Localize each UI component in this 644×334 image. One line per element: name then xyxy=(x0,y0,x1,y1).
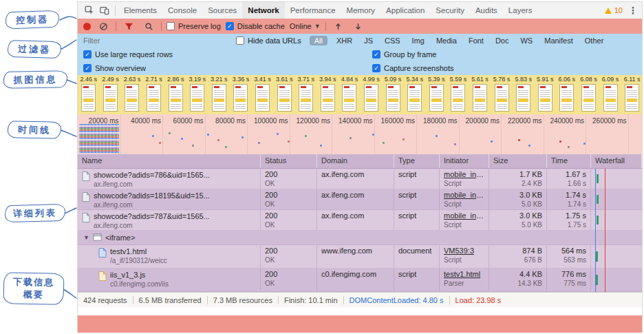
filmstrip-frame[interactable]: 2.71 s xyxy=(143,76,165,112)
column-header-name[interactable]: Name xyxy=(78,154,261,168)
column-header-status[interactable]: Status xyxy=(261,154,317,168)
filmstrip-frame[interactable]: 6.11 s xyxy=(621,76,642,112)
hide-data-urls-checkbox[interactable]: Hide data URLs xyxy=(236,36,301,45)
group-label: <iframe> xyxy=(105,233,135,242)
filter-type-manifest[interactable]: Manifest xyxy=(541,36,576,45)
cell-type: script xyxy=(394,189,440,209)
column-header-type[interactable]: Type xyxy=(394,154,440,168)
tab-elements[interactable]: Elements xyxy=(118,2,162,19)
show-overview-checkbox[interactable]: ✓ Show overview xyxy=(83,64,372,72)
record-button[interactable] xyxy=(83,23,91,30)
search-icon[interactable] xyxy=(141,19,156,33)
filter-type-font[interactable]: Font xyxy=(466,36,486,45)
filmstrip-frame[interactable]: 6.08 s xyxy=(578,76,600,112)
timeline-gridline xyxy=(290,114,290,154)
filter-type-all[interactable]: All xyxy=(310,36,328,45)
initiator-link[interactable]: mobile_inice... xyxy=(444,191,484,200)
initiator-link[interactable]: mobile_inice... xyxy=(444,170,484,180)
thumbnail-detail xyxy=(583,86,589,88)
menu-icon[interactable]: ⋮ xyxy=(628,5,638,16)
filmstrip-frame[interactable]: 2.49 s xyxy=(100,76,122,112)
filmstrip-frame[interactable]: 6.06 s xyxy=(556,76,578,112)
table-row[interactable]: testv1.html/a_if/190312/weicc200OKwww.if… xyxy=(78,245,642,269)
filmstrip-frame[interactable]: 5.09 s xyxy=(382,76,404,112)
use-large-request-rows-checkbox[interactable]: ✓ Use large request rows xyxy=(83,50,372,59)
throttling-select[interactable]: Online ▼ xyxy=(290,22,321,30)
table-row[interactable]: showcode?adids=786&uid=1565...ax.ifeng.c… xyxy=(78,169,642,189)
filmstrip-frame[interactable]: 6.09 s xyxy=(599,76,621,112)
filmstrip-frame[interactable]: 5.91 s xyxy=(534,76,556,112)
inspect-element-icon[interactable] xyxy=(82,3,97,17)
filmstrip-frame[interactable]: 5.34 s xyxy=(404,76,426,112)
filmstrip-time: 2.86 s xyxy=(167,76,184,84)
cell-name: showcode?adids=787&uid=1565...ax.ifeng.c… xyxy=(78,210,261,230)
filmstrip-frame[interactable]: 3.36 s xyxy=(230,76,252,112)
clear-icon[interactable] xyxy=(96,19,111,33)
filter-type-other[interactable]: Other xyxy=(582,36,607,45)
filmstrip-frame[interactable]: 5.83 s xyxy=(513,76,535,112)
thumbnail-detail xyxy=(149,98,159,102)
tab-security[interactable]: Security xyxy=(430,2,470,19)
initiator-link[interactable]: mobile_inice... xyxy=(444,211,484,221)
filter-type-img[interactable]: Img xyxy=(409,36,427,45)
tab-console[interactable]: Console xyxy=(162,2,202,19)
filmstrip-frame[interactable]: 3.19 s xyxy=(186,76,208,112)
tab-performance[interactable]: Performance xyxy=(285,2,341,19)
filmstrip-frame[interactable]: 3.61 s xyxy=(273,76,295,112)
filmstrip-frame[interactable]: 5.39 s xyxy=(426,76,448,112)
filmstrip-frame[interactable]: 5.78 s xyxy=(491,76,513,112)
filter-type-xhr[interactable]: XHR xyxy=(334,36,355,45)
table-row[interactable]: showcode?adids=787&uid=1565...ax.ifeng.c… xyxy=(78,210,642,231)
column-header-waterfall[interactable]: Waterfall xyxy=(591,154,642,168)
warning-badge[interactable]: 10 xyxy=(605,6,623,14)
column-header-size[interactable]: Size xyxy=(489,154,547,168)
filter-type-doc[interactable]: Doc xyxy=(493,36,512,45)
filmstrip-frame[interactable]: 4.84 s xyxy=(339,76,361,112)
thumbnail-detail xyxy=(475,98,485,102)
filmstrip-frame[interactable]: 3.21 s xyxy=(208,76,230,112)
export-har-icon[interactable] xyxy=(351,19,366,33)
tab-memory[interactable]: Memory xyxy=(341,2,381,19)
table-row[interactable]: iis_v1_3.jsc0.ifengimg.com/iis200OKc0.if… xyxy=(78,269,642,292)
column-header-initiator[interactable]: Initiator xyxy=(440,154,489,168)
filmstrip-time: 2.46 s xyxy=(80,76,98,84)
tab-layers[interactable]: Layers xyxy=(503,2,538,19)
filmstrip-frame[interactable]: 3.94 s xyxy=(317,76,339,112)
overview-timeline[interactable]: 20000 ms40000 ms60000 ms80000 ms100000 m… xyxy=(78,114,642,154)
import-har-icon[interactable] xyxy=(331,19,346,33)
initiator-link[interactable]: VM539:3 xyxy=(444,247,484,256)
filter-type-css[interactable]: CSS xyxy=(382,36,403,45)
column-header-time[interactable]: Time xyxy=(547,154,591,168)
filmstrip-frame[interactable]: 2.86 s xyxy=(164,76,186,112)
request-path: /a_if/190312/weicc xyxy=(110,257,167,266)
column-header-domain[interactable]: Domain xyxy=(317,154,394,168)
filter-input[interactable]: Filter xyxy=(83,36,228,45)
group-by-frame-checkbox[interactable]: ✓ Group by frame xyxy=(372,50,636,59)
filmstrip-frame[interactable]: 2.46 s xyxy=(78,76,100,112)
filter-type-js[interactable]: JS xyxy=(361,36,376,45)
table-row[interactable]: showcode?adids=18195&uid=15...ax.ifeng.c… xyxy=(78,189,642,210)
filmstrip-frame[interactable]: 4.99 s xyxy=(361,76,383,112)
capture-screenshots-checkbox[interactable]: ✓ Capture screenshots xyxy=(372,64,636,72)
filter-icon[interactable] xyxy=(121,19,136,33)
filter-type-ws[interactable]: WS xyxy=(517,36,535,45)
preserve-log-checkbox[interactable]: Preserve log xyxy=(167,22,221,30)
tab-application[interactable]: Application xyxy=(380,2,430,19)
disable-cache-checkbox[interactable]: ✓ Disable cache xyxy=(226,22,285,30)
table-group-row[interactable]: ▼<iframe> xyxy=(78,231,642,245)
filmstrip-frame[interactable]: 5.59 s xyxy=(447,76,469,112)
device-toolbar-icon[interactable] xyxy=(97,3,112,17)
tab-network[interactable]: Network xyxy=(242,2,284,19)
filmstrip-frame[interactable]: 3.41 s xyxy=(252,76,274,112)
tab-audits[interactable]: Audits xyxy=(470,2,503,19)
filmstrip-frame[interactable]: 5.61 s xyxy=(469,76,491,112)
timeline-mark xyxy=(559,140,561,143)
filter-type-media[interactable]: Media xyxy=(433,36,460,45)
filmstrip-frame[interactable]: 2.63 s xyxy=(121,76,143,112)
filmstrip-frame[interactable]: 3.71 s xyxy=(295,76,317,112)
disclosure-triangle-icon[interactable]: ▼ xyxy=(83,234,89,241)
initiator-link[interactable]: testv1.html xyxy=(444,270,484,280)
cell-time: 1.74 s1.74 s xyxy=(547,189,591,209)
file-icon xyxy=(98,248,107,260)
tab-sources[interactable]: Sources xyxy=(202,2,242,19)
